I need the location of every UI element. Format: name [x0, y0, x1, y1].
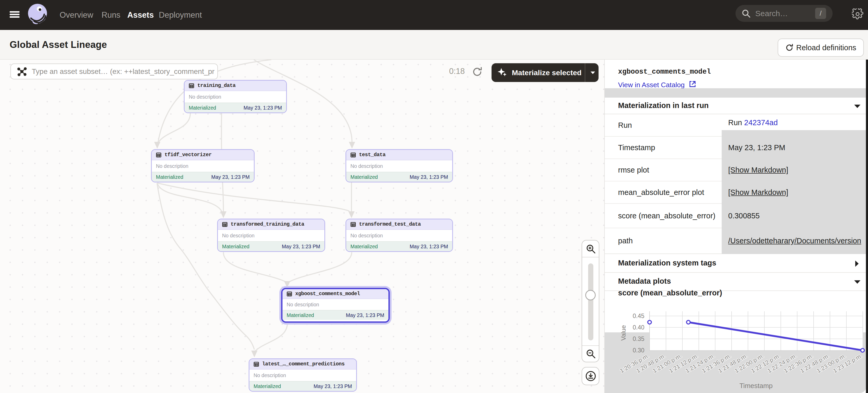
svg-text:0.30: 0.30 [633, 347, 644, 354]
svg-text:Timestamp: Timestamp [739, 382, 773, 390]
svg-text:0.40: 0.40 [633, 324, 644, 331]
svg-text:Value: Value [620, 325, 627, 341]
svg-text:0.35: 0.35 [633, 335, 644, 342]
svg-text:0.45: 0.45 [633, 313, 644, 319]
